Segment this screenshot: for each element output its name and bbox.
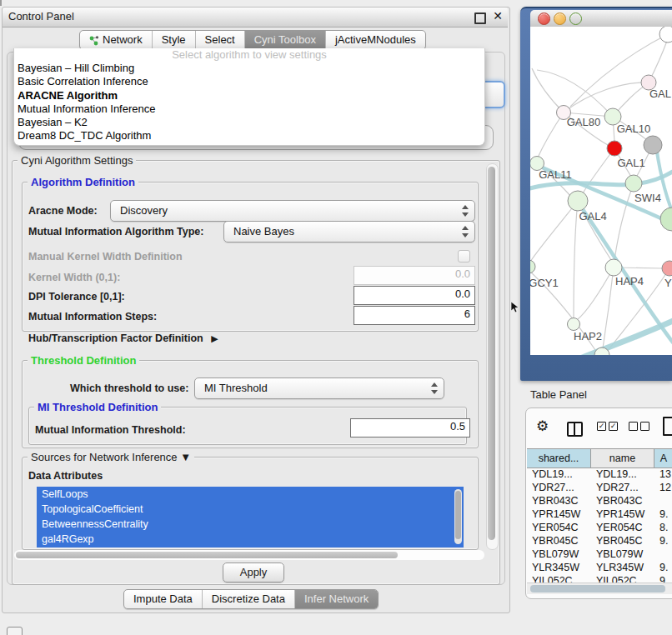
control-panel-titlebar[interactable]: Control Panel ✕ (3, 8, 508, 28)
network-node[interactable] (662, 261, 672, 276)
table-row[interactable]: YBR043CYBR043C (527, 494, 672, 508)
algorithm-option[interactable]: ARACNE Algorithm (14, 89, 484, 102)
columns-icon[interactable] (567, 422, 583, 437)
tab-select[interactable]: Select (196, 31, 245, 49)
export-table-icon[interactable] (663, 417, 672, 436)
network-edge[interactable] (532, 68, 564, 112)
tab-label: jActiveMNodules (335, 31, 416, 49)
network-node[interactable] (530, 260, 535, 273)
tab-discretize-data[interactable]: Discretize Data (203, 590, 295, 608)
settings-vertical-scrollbar[interactable] (486, 163, 499, 550)
table-row[interactable]: YBL079WYBL079W (527, 548, 672, 561)
close-traffic-light-icon[interactable] (538, 12, 550, 25)
table-cell: YDL19... (527, 468, 591, 481)
mi-threshold-field[interactable]: 0.5 (350, 418, 470, 438)
minimize-traffic-light-icon[interactable] (554, 12, 566, 25)
table-row[interactable]: YIL052CYIL052C9 (527, 574, 672, 582)
data-attributes-label: Data Attributes (28, 470, 103, 482)
data-attributes-list[interactable]: SelfLoopsTopologicalCoefficientBetweenne… (37, 487, 464, 548)
table-header-row: shared...nameA (527, 448, 672, 468)
manual-kernel-width-checkbox[interactable] (458, 250, 470, 262)
table-row[interactable]: YLR345WYLR345W9. (527, 561, 672, 574)
network-edge[interactable] (564, 82, 649, 112)
settings-horizontal-scrollbar-thumb[interactable] (16, 552, 398, 558)
tab-label: Discretize Data (212, 590, 285, 608)
network-edge[interactable] (614, 183, 634, 260)
network-node[interactable] (660, 208, 672, 231)
network-edge[interactable] (574, 201, 578, 318)
tab-infer-network[interactable]: Infer Network (295, 590, 378, 608)
zoom-traffic-light-icon[interactable] (569, 12, 582, 25)
table-horizontal-scrollbar-thumb[interactable] (530, 585, 665, 592)
mi-algorithm-type-value: Naive Bayes (233, 225, 294, 238)
network-canvas[interactable]: GALGAL80GAL10GAL1GAL11SWI4GAL4GCY1HAP4YH… (530, 27, 672, 355)
column-header-name[interactable]: name (591, 449, 654, 468)
network-node[interactable] (607, 141, 622, 156)
apply-button[interactable]: Apply (223, 562, 284, 582)
algorithm-option[interactable]: Bayesian – Hill Climbing (14, 62, 484, 75)
network-node[interactable] (644, 136, 662, 154)
hub-transcription-factor-section[interactable]: Hub/Transcription Factor Definition ▶ (28, 332, 218, 344)
network-node[interactable] (659, 27, 672, 42)
kernel-width-field[interactable]: 0.0 (354, 266, 475, 285)
settings-vertical-scrollbar-thumb[interactable] (488, 167, 495, 540)
window-edge-artifact (0, 0, 2, 6)
table-cell: YIL052C (527, 574, 591, 582)
algorithm-option[interactable]: Dream8 DC_TDC Algorithm (14, 129, 484, 142)
which-threshold-combobox[interactable]: MI Threshold (194, 378, 444, 399)
table-row[interactable]: YPR145WYPR145W9. (527, 508, 672, 521)
table-cell: YBR043C (591, 494, 654, 508)
tab-style[interactable]: Style (153, 31, 196, 49)
attributes-scrollbar[interactable] (454, 489, 462, 544)
attribute-item-selected[interactable]: BetweennessCentrality (37, 517, 464, 532)
aracne-mode-value: Discovery (120, 204, 168, 217)
column-header-a[interactable]: A (654, 449, 672, 468)
network-node[interactable] (605, 259, 622, 276)
attributes-scrollbar-thumb[interactable] (455, 491, 461, 539)
network-window-titlebar[interactable] (530, 10, 672, 28)
table-cell: YDR27... (527, 481, 591, 494)
network-node[interactable] (568, 191, 588, 211)
collapsed-panel-icon[interactable] (7, 627, 23, 635)
network-edge[interactable] (530, 201, 578, 262)
expand-arrow-icon[interactable]: ▶ (211, 333, 218, 343)
gear-icon[interactable]: ⚙ (536, 419, 549, 433)
table-row[interactable]: YER054CYER054C8. (527, 521, 672, 534)
table-cell: 9. (654, 534, 672, 548)
network-node[interactable] (625, 175, 642, 192)
attribute-item-selected[interactable]: TopologicalCoefficient (37, 502, 464, 517)
network-edge[interactable] (603, 268, 614, 348)
select-all-check-icon[interactable]: ✓ (609, 422, 618, 431)
sources-title[interactable]: Sources for Network Inference ▼ (28, 451, 194, 463)
table-panel-title: Table Panel (530, 388, 587, 401)
network-edge[interactable] (538, 112, 564, 158)
table-row[interactable]: YBR045CYBR045C9. (527, 534, 672, 548)
attribute-item-selected[interactable]: gal4RGexp (37, 532, 464, 547)
network-node[interactable] (568, 318, 580, 331)
mi-algorithm-type-combobox[interactable]: Naive Bayes (223, 221, 475, 242)
select-all-check-icon[interactable]: ✓ (597, 422, 606, 431)
table-cell: YPR145W (527, 508, 591, 521)
tab-cyni-toolbox[interactable]: Cyni Toolbox (245, 31, 326, 49)
aracne-mode-combobox[interactable]: Discovery (110, 200, 475, 222)
mi-steps-field[interactable]: 6 (354, 306, 475, 325)
deselect-all-icon[interactable] (640, 422, 649, 431)
algorithm-option[interactable]: Basic Correlation Inference (14, 75, 484, 88)
deselect-all-icon[interactable] (629, 422, 638, 431)
settings-horizontal-scrollbar[interactable] (14, 550, 484, 560)
float-window-icon[interactable] (474, 12, 486, 24)
close-icon[interactable]: ✕ (493, 9, 503, 22)
table-row[interactable]: YDR27...YDR27...12 (527, 481, 672, 494)
kernel-width-label: Kernel Width (0,1): (28, 272, 120, 283)
algorithm-option[interactable]: Mutual Information Inference (14, 102, 484, 116)
column-header-shared[interactable]: shared... (527, 449, 591, 468)
tab-impute-data[interactable]: Impute Data (124, 590, 203, 608)
table-row[interactable]: YDL19...YDL19...13 (527, 468, 672, 481)
tab-network[interactable]: Network (80, 31, 153, 49)
table-horizontal-scrollbar[interactable] (527, 582, 672, 594)
collapse-arrow-icon[interactable]: ▼ (180, 451, 191, 463)
attribute-item-selected[interactable]: SelfLoops (37, 487, 464, 502)
algorithm-option[interactable]: Bayesian – K2 (14, 116, 484, 129)
dpi-tolerance-field[interactable]: 0.0 (354, 286, 475, 305)
tab-jactivemnodules[interactable]: jActiveMNodules (326, 31, 425, 49)
